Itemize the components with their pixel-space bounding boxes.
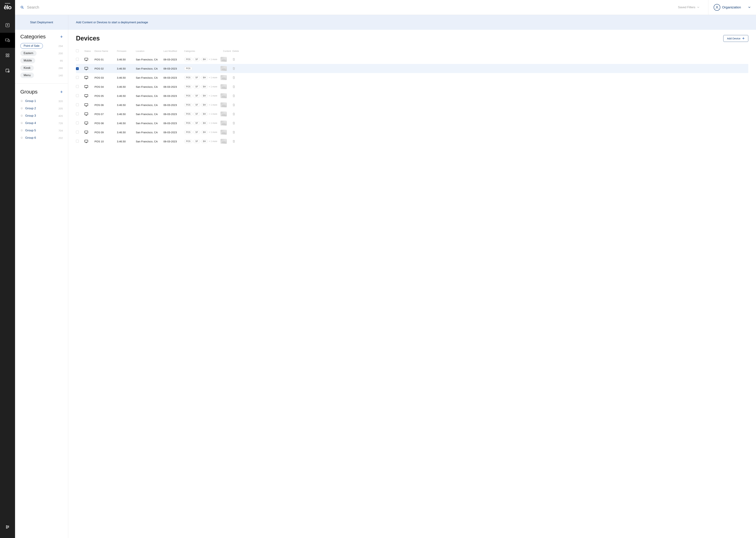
category-tag[interactable]: BH: [201, 131, 208, 134]
delete-button[interactable]: [232, 67, 239, 70]
delete-button[interactable]: [232, 85, 239, 88]
category-tag[interactable]: POS: [184, 94, 192, 97]
row-checkbox[interactable]: [76, 76, 79, 79]
category-tag[interactable]: BH: [201, 112, 208, 116]
table-row[interactable]: POS 043.46.50San Francisco, CA06-03-2023…: [76, 82, 748, 91]
content-thumbnail[interactable]: [220, 66, 227, 71]
category-tag[interactable]: SF: [193, 103, 200, 107]
user-avatar[interactable]: [714, 4, 720, 11]
more-tags[interactable]: + 1 more: [209, 113, 217, 115]
category-tag[interactable]: POS: [184, 85, 192, 88]
content-thumbnail[interactable]: [220, 130, 227, 135]
saved-filters-dropdown[interactable]: Saved Filters: [678, 6, 699, 9]
category-tag[interactable]: BH: [201, 121, 208, 125]
nav-schedule[interactable]: [0, 63, 15, 78]
col-firmware[interactable]: Firmware: [117, 50, 134, 52]
category-pill[interactable]: Kiosk: [20, 65, 34, 71]
group-item[interactable]: Group 5: [20, 129, 36, 132]
category-tag[interactable]: POS: [184, 139, 192, 143]
content-thumbnail[interactable]: [220, 57, 227, 62]
col-status[interactable]: Status: [84, 50, 93, 52]
more-tags[interactable]: + 1 more: [209, 58, 217, 61]
more-tags[interactable]: + 1 more: [209, 131, 217, 134]
content-thumbnail[interactable]: [220, 102, 227, 107]
category-tag[interactable]: SF: [193, 85, 200, 88]
category-tag[interactable]: BH: [201, 139, 208, 143]
content-thumbnail[interactable]: [220, 93, 227, 98]
delete-button[interactable]: [232, 103, 239, 106]
category-tag[interactable]: POS: [184, 76, 192, 79]
more-tags[interactable]: + 1 more: [209, 85, 217, 88]
row-checkbox[interactable]: [76, 122, 79, 124]
nav-deploy[interactable]: [0, 18, 15, 33]
organization-dropdown[interactable]: Organization: [722, 5, 751, 9]
col-location[interactable]: Location: [136, 50, 162, 52]
col-content[interactable]: Content: [220, 50, 231, 52]
category-tag[interactable]: BH: [201, 85, 208, 88]
group-item[interactable]: Group 4: [20, 121, 36, 125]
table-row[interactable]: POS 103.46.50San Francisco, CA06-03-2023…: [76, 137, 748, 146]
delete-button[interactable]: [232, 58, 239, 61]
category-tag[interactable]: POS: [184, 103, 192, 107]
table-row[interactable]: POS 073.46.50San Francisco, CA06-03-2023…: [76, 109, 748, 119]
row-checkbox[interactable]: [76, 140, 79, 142]
more-tags[interactable]: + 1 more: [209, 94, 217, 97]
col-categories[interactable]: Categories: [184, 50, 219, 52]
category-tag[interactable]: SF: [193, 112, 200, 116]
category-pill[interactable]: Point of Sale: [20, 43, 43, 49]
category-tag[interactable]: SF: [193, 131, 200, 134]
group-item[interactable]: Group 2: [20, 107, 36, 110]
more-tags[interactable]: + 1 more: [209, 140, 217, 142]
row-checkbox[interactable]: [76, 85, 79, 88]
col-delete[interactable]: Delete: [232, 50, 239, 52]
delete-button[interactable]: [232, 76, 239, 79]
table-row[interactable]: POS 063.46.50San Francisco, CA06-03-2023…: [76, 100, 748, 109]
nav-apps[interactable]: [0, 48, 15, 63]
row-checkbox[interactable]: [76, 103, 79, 106]
category-pill[interactable]: Eastern: [20, 50, 36, 56]
content-thumbnail[interactable]: [220, 75, 227, 80]
delete-button[interactable]: [232, 94, 239, 97]
category-tag[interactable]: BH: [201, 103, 208, 107]
table-row[interactable]: ✓POS 023.46.50San Francisco, CA06-03-202…: [76, 64, 748, 73]
more-tags[interactable]: + 1 more: [209, 104, 217, 106]
search-icon[interactable]: [20, 5, 24, 9]
category-tag[interactable]: SF: [193, 139, 200, 143]
delete-button[interactable]: [232, 122, 239, 125]
add-category-button[interactable]: +: [60, 34, 63, 39]
more-tags[interactable]: + 1 more: [209, 76, 217, 79]
nav-devices[interactable]: [0, 33, 15, 48]
row-checkbox[interactable]: [76, 58, 79, 61]
col-modified[interactable]: Last Modified: [164, 50, 183, 52]
category-pill[interactable]: Mobile: [20, 58, 35, 63]
category-tag[interactable]: POS: [184, 131, 192, 134]
table-row[interactable]: POS 093.46.50San Francisco, CA06-03-2023…: [76, 128, 748, 137]
search-input[interactable]: [27, 5, 79, 10]
category-tag[interactable]: POS: [184, 121, 192, 125]
row-checkbox[interactable]: ✓: [76, 67, 79, 70]
category-tag[interactable]: BH: [201, 94, 208, 97]
row-checkbox[interactable]: [76, 94, 79, 97]
category-tag[interactable]: BH: [201, 76, 208, 79]
group-item[interactable]: Group 3: [20, 114, 36, 118]
table-row[interactable]: POS 033.46.50San Francisco, CA06-03-2023…: [76, 73, 748, 82]
category-tag[interactable]: SF: [193, 76, 200, 79]
start-deployment-button[interactable]: Start Deployment: [15, 15, 68, 30]
group-item[interactable]: Group 1: [20, 99, 36, 103]
table-row[interactable]: POS 053.46.50San Francisco, CA06-03-2023…: [76, 91, 748, 100]
col-name[interactable]: Device Name: [95, 50, 116, 52]
content-thumbnail[interactable]: [220, 139, 227, 144]
content-thumbnail[interactable]: [220, 121, 227, 126]
category-tag[interactable]: SF: [193, 58, 200, 61]
add-group-button[interactable]: +: [60, 89, 63, 94]
delete-button[interactable]: [232, 112, 239, 116]
more-tags[interactable]: + 1 more: [209, 122, 217, 124]
delete-button[interactable]: [232, 131, 239, 134]
table-row[interactable]: POS 013.46.50San Francisco, CA06-03-2023…: [76, 55, 748, 64]
delete-button[interactable]: [232, 140, 239, 143]
group-item[interactable]: Group 6: [20, 136, 36, 139]
row-checkbox[interactable]: [76, 112, 79, 115]
category-tag[interactable]: SF: [193, 121, 200, 125]
category-tag[interactable]: POS: [184, 67, 192, 70]
content-thumbnail[interactable]: [220, 112, 227, 117]
